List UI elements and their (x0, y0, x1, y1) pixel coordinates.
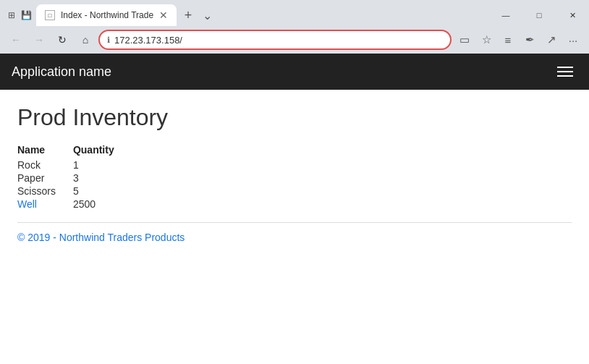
new-tab-button[interactable]: + (178, 5, 198, 25)
tab-close-button[interactable]: ✕ (159, 9, 168, 21)
col-name-header: Name (17, 143, 73, 158)
table-cell-quantity: 3 (73, 172, 132, 185)
collections-icon[interactable]: ≡ (498, 30, 518, 50)
pen-icon[interactable]: ✒ (520, 30, 540, 50)
table-cell-name: Rock (17, 158, 73, 172)
address-bar-row: ← → ↻ ⌂ ℹ 172.23.173.158/ ▭ ☆ ≡ ✒ ↗ ··· (0, 26, 589, 54)
close-button[interactable]: ✕ (556, 4, 589, 26)
back-button[interactable]: ← (6, 30, 26, 50)
hamburger-button[interactable] (553, 62, 577, 81)
table-cell-quantity: 2500 (73, 198, 132, 211)
page-content: Prod Inventory Name Quantity Rock1Paper3… (0, 90, 589, 258)
more-icon[interactable]: ··· (563, 30, 583, 50)
table-cell-name: Well (17, 198, 73, 211)
maximize-button[interactable]: □ (522, 4, 556, 26)
table-row: Well2500 (17, 198, 132, 211)
page-title: Prod Inventory (17, 104, 572, 131)
grid-icon[interactable]: ⊞ (6, 9, 17, 21)
app-navbar: Application name (0, 54, 589, 90)
hamburger-line-1 (557, 67, 573, 68)
minimize-button[interactable]: — (489, 4, 522, 26)
share-icon[interactable]: ↗ (541, 30, 562, 50)
split-view-icon[interactable]: ▭ (454, 30, 475, 50)
tab-menu-button[interactable]: ⌄ (203, 9, 212, 22)
browser-chrome: ⊞ 💾 □ Index - Northwind Trade ✕ + ⌄ — □ … (0, 0, 589, 54)
table-cell-name: Paper (17, 172, 73, 185)
browser-icons-left: ⊞ 💾 (6, 9, 32, 21)
footer-divider (17, 222, 572, 223)
hamburger-line-3 (557, 75, 573, 77)
address-bar[interactable]: ℹ 172.23.173.158/ (98, 30, 452, 50)
forward-button[interactable]: → (29, 30, 49, 50)
save-icon[interactable]: 💾 (20, 9, 32, 21)
table-cell-quantity: 5 (73, 185, 132, 198)
tab-bar: ⊞ 💾 □ Index - Northwind Trade ✕ + ⌄ — □ … (0, 0, 589, 26)
tab-title: Index - Northwind Trade (61, 10, 153, 20)
hamburger-line-2 (557, 71, 573, 72)
table-cell-name: Scissors (17, 185, 73, 198)
table-row: Paper3 (17, 172, 132, 185)
app-name: Application name (12, 64, 553, 80)
tab-favicon-icon: □ (45, 10, 55, 20)
table-row: Rock1 (17, 158, 132, 172)
col-quantity-header: Quantity (73, 143, 132, 158)
footer-text: © 2019 - Northwind Traders Products (17, 232, 572, 243)
lock-icon: ℹ (107, 35, 110, 45)
toolbar-icons: ▭ ☆ ≡ ✒ ↗ ··· (454, 30, 583, 50)
address-text: 172.23.173.158/ (114, 35, 182, 46)
home-button[interactable]: ⌂ (75, 30, 96, 50)
refresh-button[interactable]: ↻ (52, 30, 72, 50)
table-cell-quantity: 1 (73, 158, 132, 172)
bookmark-star-icon[interactable]: ☆ (476, 30, 496, 50)
table-row: Scissors5 (17, 185, 132, 198)
active-tab[interactable]: □ Index - Northwind Trade ✕ (36, 4, 177, 26)
window-controls: — □ ✕ (489, 4, 589, 26)
inventory-table: Name Quantity Rock1Paper3Scissors5Well25… (17, 143, 132, 211)
